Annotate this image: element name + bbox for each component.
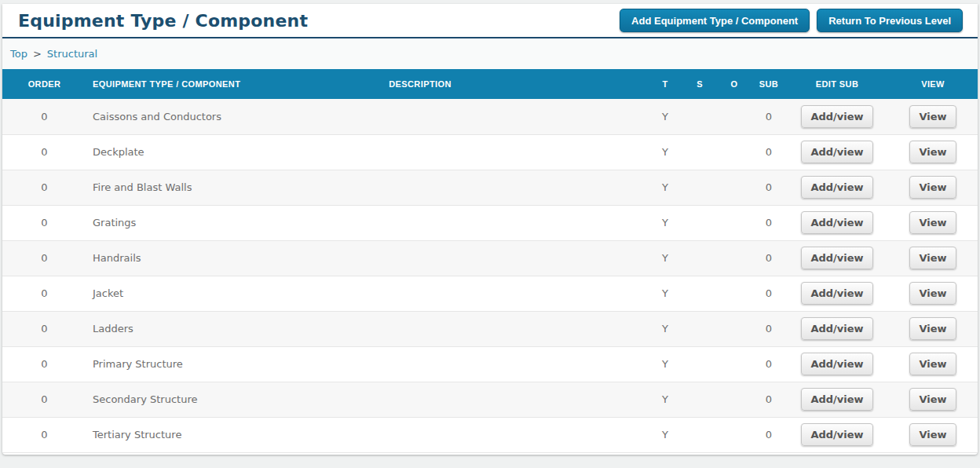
breadcrumb-separator: > bbox=[33, 48, 42, 60]
spacer-cell bbox=[563, 170, 648, 205]
add-view-button[interactable]: Add/view bbox=[801, 388, 872, 411]
view-button[interactable]: View bbox=[909, 105, 956, 128]
description-cell bbox=[277, 205, 563, 240]
breadcrumb-link-structural[interactable]: Structural bbox=[47, 48, 97, 60]
edit-sub-cell: Add/view bbox=[786, 311, 888, 346]
order-cell: 0 bbox=[2, 134, 77, 170]
equipment-name-cell: Secondary Structure bbox=[77, 382, 277, 417]
t-flag-cell: Y bbox=[648, 99, 682, 134]
add-view-button[interactable]: Add/view bbox=[801, 247, 872, 269]
add-view-button[interactable]: Add/view bbox=[801, 317, 872, 340]
order-cell: 0 bbox=[2, 276, 77, 311]
s-flag-cell bbox=[682, 205, 717, 240]
spacer-cell bbox=[563, 205, 648, 240]
column-header-spacer bbox=[563, 69, 648, 99]
view-button[interactable]: View bbox=[909, 317, 956, 340]
page-header: Equipment Type / Component Add Equipment… bbox=[2, 4, 978, 37]
t-flag-cell: Y bbox=[648, 170, 682, 205]
t-flag-cell: Y bbox=[648, 240, 682, 276]
t-flag-cell: Y bbox=[648, 276, 682, 311]
equipment-name-cell: Tertiary Structure bbox=[77, 417, 277, 452]
table-body: 0 Caissons and Conductors Y 0 Add/view V… bbox=[2, 99, 978, 452]
equipment-name-cell: Primary Structure bbox=[77, 346, 277, 382]
table-row: 0 Gratings Y 0 Add/view View bbox=[2, 205, 978, 240]
o-flag-cell bbox=[717, 417, 751, 452]
t-flag-cell: Y bbox=[648, 417, 682, 452]
add-view-button[interactable]: Add/view bbox=[801, 105, 872, 128]
view-cell: View bbox=[888, 99, 978, 134]
return-previous-level-button[interactable]: Return To Previous Level bbox=[817, 9, 963, 32]
edit-sub-cell: Add/view bbox=[786, 240, 888, 276]
order-cell: 0 bbox=[2, 346, 77, 382]
add-view-button[interactable]: Add/view bbox=[801, 141, 872, 163]
column-header-equipment-type: EQUIPMENT TYPE / COMPONENT bbox=[77, 69, 277, 99]
t-flag-cell: Y bbox=[648, 346, 682, 382]
edit-sub-cell: Add/view bbox=[786, 382, 888, 417]
view-cell: View bbox=[888, 382, 978, 417]
o-flag-cell bbox=[717, 276, 751, 311]
view-cell: View bbox=[888, 240, 978, 276]
view-cell: View bbox=[888, 134, 978, 170]
order-cell: 0 bbox=[2, 382, 77, 417]
spacer-cell bbox=[563, 99, 648, 134]
breadcrumb-link-top[interactable]: Top bbox=[10, 48, 27, 60]
add-view-button[interactable]: Add/view bbox=[801, 423, 872, 446]
sub-count-cell: 0 bbox=[751, 205, 786, 240]
spacer-cell bbox=[563, 311, 648, 346]
spacer-cell bbox=[563, 417, 648, 452]
column-header-o: O bbox=[717, 69, 751, 99]
table-header: ORDER EQUIPMENT TYPE / COMPONENT DESCRIP… bbox=[2, 69, 978, 99]
add-view-button[interactable]: Add/view bbox=[801, 211, 872, 234]
table-row: 0 Caissons and Conductors Y 0 Add/view V… bbox=[2, 99, 978, 134]
order-cell: 0 bbox=[2, 205, 77, 240]
sub-count-cell: 0 bbox=[751, 311, 786, 346]
order-cell: 0 bbox=[2, 240, 77, 276]
view-button[interactable]: View bbox=[909, 211, 956, 234]
view-cell: View bbox=[888, 417, 978, 452]
breadcrumb: Top > Structural bbox=[2, 38, 978, 69]
view-button[interactable]: View bbox=[909, 141, 956, 163]
view-cell: View bbox=[888, 205, 978, 240]
view-button[interactable]: View bbox=[909, 353, 956, 375]
sub-count-cell: 0 bbox=[751, 417, 786, 452]
column-header-t: T bbox=[648, 69, 682, 99]
view-button[interactable]: View bbox=[909, 388, 956, 411]
description-cell bbox=[277, 276, 563, 311]
o-flag-cell bbox=[717, 170, 751, 205]
s-flag-cell bbox=[682, 170, 717, 205]
add-view-button[interactable]: Add/view bbox=[801, 353, 872, 375]
add-view-button[interactable]: Add/view bbox=[801, 282, 872, 305]
edit-sub-cell: Add/view bbox=[786, 99, 888, 134]
sub-count-cell: 0 bbox=[751, 346, 786, 382]
o-flag-cell bbox=[717, 99, 751, 134]
description-cell bbox=[277, 240, 563, 276]
s-flag-cell bbox=[682, 276, 717, 311]
add-view-button[interactable]: Add/view bbox=[801, 176, 872, 199]
table-row: 0 Jacket Y 0 Add/view View bbox=[2, 276, 978, 311]
view-button[interactable]: View bbox=[909, 282, 956, 305]
o-flag-cell bbox=[717, 311, 751, 346]
equipment-table: ORDER EQUIPMENT TYPE / COMPONENT DESCRIP… bbox=[2, 69, 978, 453]
edit-sub-cell: Add/view bbox=[786, 417, 888, 452]
description-cell bbox=[277, 417, 563, 452]
column-header-view: VIEW bbox=[888, 69, 978, 99]
equipment-name-cell: Caissons and Conductors bbox=[77, 99, 277, 134]
edit-sub-cell: Add/view bbox=[786, 205, 888, 240]
sub-count-cell: 0 bbox=[751, 240, 786, 276]
order-cell: 0 bbox=[2, 170, 77, 205]
equipment-name-cell: Gratings bbox=[77, 205, 277, 240]
view-button[interactable]: View bbox=[909, 247, 956, 269]
sub-count-cell: 0 bbox=[751, 134, 786, 170]
order-cell: 0 bbox=[2, 99, 77, 134]
t-flag-cell: Y bbox=[648, 134, 682, 170]
spacer-cell bbox=[563, 382, 648, 417]
view-button[interactable]: View bbox=[909, 176, 956, 199]
view-button[interactable]: View bbox=[909, 423, 956, 446]
table-row: 0 Ladders Y 0 Add/view View bbox=[2, 311, 978, 346]
order-cell: 0 bbox=[2, 311, 77, 346]
spacer-cell bbox=[563, 276, 648, 311]
equipment-name-cell: Ladders bbox=[77, 311, 277, 346]
add-equipment-type-button[interactable]: Add Equipment Type / Component bbox=[620, 9, 810, 32]
table-row: 0 Fire and Blast Walls Y 0 Add/view View bbox=[2, 170, 978, 205]
spacer-cell bbox=[563, 240, 648, 276]
